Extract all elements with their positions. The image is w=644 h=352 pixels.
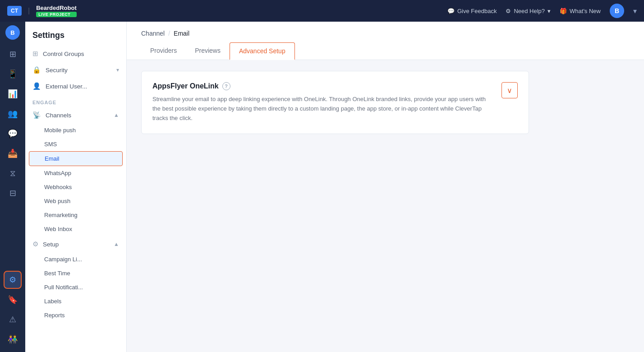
sidebar-item-security[interactable]: 🔒 Security ▾ bbox=[25, 62, 126, 78]
breadcrumb: Channel / Email bbox=[141, 30, 630, 37]
card-title-text: AppsFlyer OneLink bbox=[152, 82, 219, 90]
sidebar-icon-users[interactable]: 👥 bbox=[4, 105, 22, 123]
tab-providers[interactable]: Providers bbox=[141, 42, 186, 60]
security-chevron-icon: ▾ bbox=[116, 67, 119, 73]
appsflyer-onelink-card: AppsFlyer OneLink ? Streamline your emai… bbox=[141, 71, 529, 134]
control-groups-icon: ⊞ bbox=[32, 50, 38, 58]
top-navigation: CT | BeardedRobot LIVE PROJECT 💬 Give Fe… bbox=[0, 0, 644, 22]
sidebar-icon-grid[interactable]: ⊟ bbox=[4, 184, 22, 202]
sidebar-item-web-push[interactable]: Web push bbox=[25, 194, 126, 208]
page-header: Channel / Email Providers Previews Advan… bbox=[127, 22, 644, 60]
setup-icon: ⚙ bbox=[32, 240, 38, 248]
engage-section-label: ENGAGE bbox=[25, 94, 126, 107]
sidebar-item-labels[interactable]: Labels bbox=[25, 294, 126, 308]
logo-mark: CT bbox=[7, 6, 22, 16]
channels-icon: 📡 bbox=[32, 111, 41, 119]
sidebar-avatar[interactable]: B bbox=[5, 25, 20, 40]
chevron-down-icon: ▾ bbox=[547, 8, 551, 14]
channels-chevron-icon: ▲ bbox=[114, 112, 119, 118]
external-users-icon: 👤 bbox=[32, 82, 41, 90]
sidebar-item-mobile-push[interactable]: Mobile push bbox=[25, 123, 126, 137]
avatar-chevron-icon[interactable]: ▾ bbox=[633, 7, 637, 15]
sidebar-icon-warning[interactable]: ⚠ bbox=[4, 310, 22, 329]
project-info: BeardedRobot LIVE PROJECT bbox=[36, 5, 77, 17]
need-help-button[interactable]: ⚙ Need Help? ▾ bbox=[506, 8, 551, 14]
main-content: Channel / Email Providers Previews Advan… bbox=[127, 22, 644, 352]
setup-header[interactable]: ⚙ Setup ▲ bbox=[25, 236, 126, 252]
give-feedback-button[interactable]: 💬 Give Feedback bbox=[447, 8, 497, 14]
appsflyer-toggle-button[interactable]: ∨ bbox=[501, 82, 518, 98]
sidebar-icon-phone[interactable]: 📱 bbox=[4, 65, 22, 83]
topnav-actions: 💬 Give Feedback ⚙ Need Help? ▾ 🎁 What's … bbox=[447, 4, 637, 18]
tab-previews[interactable]: Previews bbox=[186, 42, 230, 60]
project-badge: LIVE PROJECT bbox=[36, 12, 77, 17]
sidebar-icon-dashboard[interactable]: ⊞ bbox=[4, 45, 22, 63]
sidebar-item-external-users[interactable]: 👤 External User... bbox=[25, 78, 126, 94]
chevron-down-icon: ∨ bbox=[507, 86, 512, 95]
card-content: AppsFlyer OneLink ? Streamline your emai… bbox=[152, 82, 494, 123]
sidebar-item-email[interactable]: Email bbox=[29, 151, 123, 166]
card-description: Streamline your email to app deep linkin… bbox=[152, 95, 494, 123]
gift-icon: 🎁 bbox=[560, 8, 567, 14]
project-name: BeardedRobot bbox=[36, 5, 77, 12]
sidebar-item-sms[interactable]: SMS bbox=[25, 137, 126, 151]
sidebar-item-control-groups[interactable]: ⊞ Control Groups bbox=[25, 46, 126, 62]
sidebar-item-reports[interactable]: Reports bbox=[25, 308, 126, 322]
breadcrumb-current: Email bbox=[174, 30, 189, 37]
help-circle-icon[interactable]: ? bbox=[222, 82, 230, 90]
setup-chevron-icon: ▲ bbox=[114, 241, 119, 247]
content-area: AppsFlyer OneLink ? Streamline your emai… bbox=[127, 60, 644, 352]
settings-title: Settings bbox=[25, 22, 126, 46]
tabs: Providers Previews Advanced Setup bbox=[141, 42, 630, 60]
sidebar-item-pull-notifications[interactable]: Pull Notificati... bbox=[25, 280, 126, 294]
sidebar-icon-settings[interactable]: ⚙ bbox=[4, 271, 22, 289]
sidebar-icon-inbox[interactable]: 📥 bbox=[4, 144, 22, 162]
sidebar-icon-chart[interactable]: 📊 bbox=[4, 85, 22, 103]
sidebar-item-whatsapp[interactable]: WhatsApp bbox=[25, 166, 126, 180]
channels-header[interactable]: 📡 Channels ▲ bbox=[25, 107, 126, 123]
card-title: AppsFlyer OneLink ? bbox=[152, 82, 494, 90]
icon-sidebar: B ⊞ 📱 📊 👥 💬 📥 ⧖ ⊟ ⚙ 🔖 ⚠ 👫 bbox=[0, 22, 25, 352]
sidebar-item-campaign-li[interactable]: Campaign Li... bbox=[25, 252, 126, 266]
settings-sidebar: Settings ⊞ Control Groups 🔒 Security ▾ 👤… bbox=[25, 22, 127, 352]
chat-icon: 💬 bbox=[447, 8, 455, 14]
tab-advanced-setup[interactable]: Advanced Setup bbox=[230, 42, 295, 60]
sidebar-icon-funnel[interactable]: ⧖ bbox=[4, 164, 22, 182]
sidebar-item-remarketing[interactable]: Remarketing bbox=[25, 208, 126, 222]
help-icon: ⚙ bbox=[506, 8, 511, 14]
sidebar-icon-bookmark[interactable]: 🔖 bbox=[4, 291, 22, 309]
sidebar-item-best-time[interactable]: Best Time bbox=[25, 266, 126, 280]
sidebar-item-web-inbox[interactable]: Web Inbox bbox=[25, 222, 126, 236]
whats-new-button[interactable]: 🎁 What's New bbox=[560, 8, 601, 14]
sidebar-icon-team[interactable]: 👫 bbox=[4, 330, 22, 348]
security-icon: 🔒 bbox=[32, 66, 41, 74]
breadcrumb-parent[interactable]: Channel bbox=[141, 30, 165, 37]
sidebar-item-webhooks[interactable]: Webhooks bbox=[25, 180, 126, 194]
user-avatar[interactable]: B bbox=[610, 4, 624, 18]
logo[interactable]: CT | BeardedRobot LIVE PROJECT bbox=[7, 5, 77, 17]
breadcrumb-separator: / bbox=[168, 30, 170, 37]
sidebar-icon-chat[interactable]: 💬 bbox=[4, 125, 22, 143]
